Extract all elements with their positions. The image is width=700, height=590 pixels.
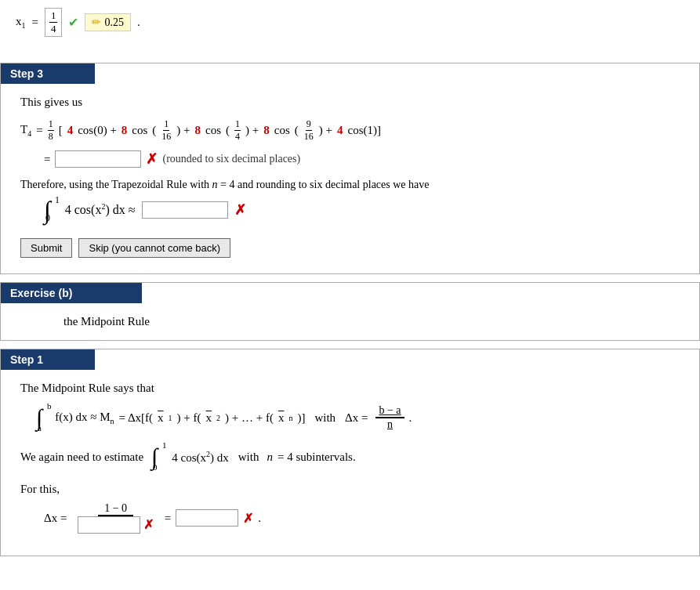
step1-block: Step 1 The Midpoint Rule says that ∫ b a… [0, 349, 700, 556]
checkmark-icon: ✔ [68, 15, 78, 30]
frac-1-16: 1 16 [161, 118, 172, 143]
xn-bar: x [278, 411, 285, 425]
x1-fraction: 1 4 [45, 8, 63, 37]
top-section: x1 = 1 4 ✔ ✏ 0.25 . [0, 0, 700, 55]
integral-symbol-3: ∫ 1 0 [151, 443, 158, 470]
for-this-text: For this, [20, 483, 680, 496]
x1-bar: x [158, 411, 164, 425]
delta-denom-clear-icon[interactable]: ✗ [143, 518, 154, 531]
therefore-line: Therefore, using the Trapezoidal Rule wi… [20, 179, 680, 191]
rounded-note: (rounded to six decimal places) [162, 153, 300, 165]
integral-symbol-group: ∫ 1 0 [44, 197, 51, 223]
integral-symbol-2: ∫ b a [36, 404, 42, 431]
midpoint-formula: ∫ b a f(x) dx ≈ Mn = Δx[f( x 1 ) + f( x … [36, 404, 680, 431]
frac-b-a: b − a n [375, 404, 404, 431]
delta-denominator-input[interactable] [78, 516, 140, 534]
pencil-icon: ✏ [92, 16, 101, 29]
gives-us-text: This gives us [20, 96, 680, 109]
step3-header: Step 3 [1, 63, 95, 84]
integral-result-input[interactable] [142, 201, 228, 219]
delta-fraction: 1 − 0 ✗ [71, 502, 160, 534]
button-row: Submit Skip (you cannot come back) [20, 238, 680, 258]
frac-1-4: 1 4 [234, 118, 241, 143]
step3-content: This gives us T4 = 1 8 [ 4 cos(0) + 8 co… [1, 84, 699, 273]
delta-result-clear-icon[interactable]: ✗ [243, 511, 253, 526]
skip-button[interactable]: Skip (you cannot come back) [78, 238, 230, 258]
integral-display: ∫ 1 0 4 cos(x2) dx ≈ ✗ [44, 197, 680, 223]
exercise-b-block: Exercise (b) the Midpoint Rule [0, 282, 700, 341]
x1-answer-display: ✏ 0.25 [85, 13, 131, 31]
frac-9-16: 9 16 [303, 118, 314, 143]
t4-result-line: = ✗ (rounded to six decimal places) [44, 150, 680, 168]
exercise-b-description: the Midpoint Rule [63, 315, 150, 328]
exercise-b-content: the Midpoint Rule [1, 303, 699, 340]
x1-equals: = [32, 16, 38, 29]
t4-equation: T4 = 1 8 [ 4 cos(0) + 8 cos ( 1 16 ) + 8… [20, 118, 680, 143]
submit-button[interactable]: Submit [20, 238, 72, 258]
estimate-line: We again need to estimate ∫ 1 0 4 cos(x2… [20, 443, 680, 470]
t4-result-clear-icon[interactable]: ✗ [146, 150, 158, 168]
frac-1-8: 1 8 [48, 118, 54, 143]
x1-line: x1 = 1 4 ✔ ✏ 0.25 . [16, 8, 684, 37]
x2-bar: x [206, 411, 212, 425]
step1-header: Step 1 [1, 349, 95, 370]
midpoint-rule-says: The Midpoint Rule says that [20, 382, 680, 395]
step1-content: The Midpoint Rule says that ∫ b a f(x) d… [1, 370, 699, 556]
x1-label: x1 [16, 15, 26, 30]
integral-result-clear-icon[interactable]: ✗ [234, 201, 246, 219]
delta-line: Δx = 1 − 0 ✗ = ✗ . [44, 502, 680, 534]
t4-result-input[interactable] [55, 150, 141, 168]
exercise-b-header: Exercise (b) [1, 283, 142, 303]
step3-block: Step 3 This gives us T4 = 1 8 [ 4 cos(0)… [0, 63, 700, 274]
delta-result-input[interactable] [176, 509, 238, 527]
